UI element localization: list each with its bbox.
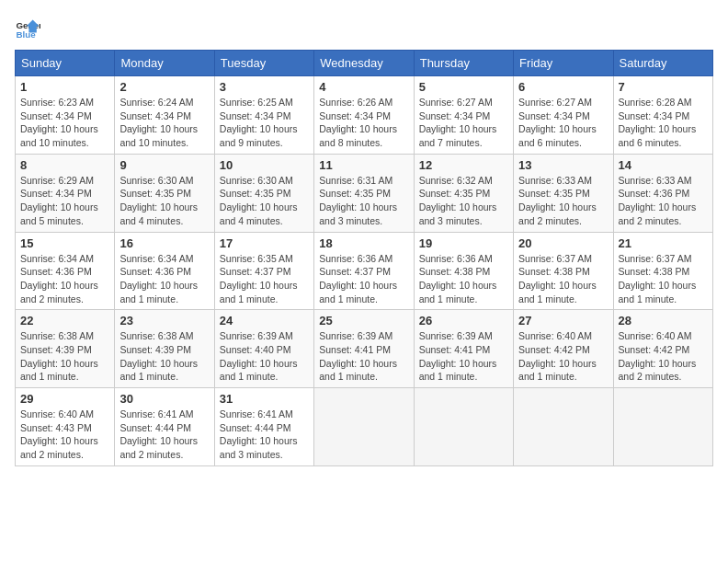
- day-detail: Sunrise: 6:30 AMSunset: 4:35 PMDaylight:…: [119, 174, 209, 228]
- calendar-week-row: 29Sunrise: 6:40 AMSunset: 4:43 PMDayligh…: [16, 388, 713, 466]
- day-number: 30: [119, 392, 209, 406]
- calendar-table: SundayMondayTuesdayWednesdayThursdayFrid…: [15, 50, 713, 466]
- calendar-cell: 25Sunrise: 6:39 AMSunset: 4:41 PMDayligh…: [314, 310, 414, 388]
- day-detail: Sunrise: 6:34 AMSunset: 4:36 PMDaylight:…: [119, 252, 209, 306]
- calendar-cell: 22Sunrise: 6:38 AMSunset: 4:39 PMDayligh…: [16, 310, 115, 388]
- logo-icon: General Blue: [15, 15, 40, 40]
- day-number: 4: [319, 80, 408, 94]
- calendar-cell: 5Sunrise: 6:27 AMSunset: 4:34 PMDaylight…: [414, 76, 513, 155]
- weekday-header-row: SundayMondayTuesdayWednesdayThursdayFrid…: [16, 51, 713, 76]
- calendar-cell: 16Sunrise: 6:34 AMSunset: 4:36 PMDayligh…: [115, 232, 214, 310]
- day-detail: Sunrise: 6:40 AMSunset: 4:43 PMDaylight:…: [20, 408, 109, 462]
- day-number: 26: [419, 314, 508, 327]
- weekday-header-wednesday: Wednesday: [314, 51, 414, 76]
- day-detail: Sunrise: 6:40 AMSunset: 4:42 PMDaylight:…: [619, 329, 708, 384]
- day-detail: Sunrise: 6:37 AMSunset: 4:38 PMDaylight:…: [518, 252, 608, 306]
- calendar-cell: 20Sunrise: 6:37 AMSunset: 4:38 PMDayligh…: [514, 232, 613, 310]
- calendar-cell: 28Sunrise: 6:40 AMSunset: 4:42 PMDayligh…: [613, 310, 712, 388]
- day-number: 12: [419, 158, 508, 172]
- day-number: 24: [220, 314, 309, 327]
- calendar-cell: [514, 388, 613, 466]
- weekday-header-thursday: Thursday: [414, 51, 513, 76]
- calendar-cell: 29Sunrise: 6:40 AMSunset: 4:43 PMDayligh…: [16, 388, 115, 466]
- day-number: 23: [119, 314, 209, 327]
- weekday-header-saturday: Saturday: [613, 51, 712, 76]
- calendar-cell: 2Sunrise: 6:24 AMSunset: 4:34 PMDaylight…: [115, 76, 214, 155]
- day-number: 11: [319, 158, 408, 172]
- day-number: 13: [518, 158, 608, 172]
- weekday-header-sunday: Sunday: [16, 51, 115, 76]
- day-number: 7: [619, 80, 708, 94]
- calendar-cell: 30Sunrise: 6:41 AMSunset: 4:44 PMDayligh…: [115, 388, 214, 466]
- day-detail: Sunrise: 6:23 AMSunset: 4:34 PMDaylight:…: [20, 96, 109, 150]
- weekday-header-monday: Monday: [115, 51, 214, 76]
- calendar-week-row: 8Sunrise: 6:29 AMSunset: 4:34 PMDaylight…: [16, 154, 713, 232]
- day-detail: Sunrise: 6:32 AMSunset: 4:35 PMDaylight:…: [419, 174, 508, 228]
- calendar-cell: 17Sunrise: 6:35 AMSunset: 4:37 PMDayligh…: [214, 232, 313, 310]
- header: General Blue: [15, 15, 713, 40]
- day-number: 28: [619, 314, 708, 327]
- calendar-cell: 18Sunrise: 6:36 AMSunset: 4:37 PMDayligh…: [314, 232, 414, 310]
- day-detail: Sunrise: 6:24 AMSunset: 4:34 PMDaylight:…: [119, 96, 209, 150]
- day-detail: Sunrise: 6:30 AMSunset: 4:35 PMDaylight:…: [220, 174, 309, 228]
- day-number: 1: [20, 80, 109, 94]
- calendar-cell: 21Sunrise: 6:37 AMSunset: 4:38 PMDayligh…: [613, 232, 712, 310]
- calendar-cell: 15Sunrise: 6:34 AMSunset: 4:36 PMDayligh…: [16, 232, 115, 310]
- day-detail: Sunrise: 6:39 AMSunset: 4:40 PMDaylight:…: [220, 329, 309, 384]
- day-detail: Sunrise: 6:26 AMSunset: 4:34 PMDaylight:…: [319, 96, 408, 150]
- day-number: 19: [419, 236, 508, 250]
- calendar-cell: 7Sunrise: 6:28 AMSunset: 4:34 PMDaylight…: [613, 76, 712, 155]
- calendar-cell: 27Sunrise: 6:40 AMSunset: 4:42 PMDayligh…: [514, 310, 613, 388]
- calendar-cell: [414, 388, 513, 466]
- day-number: 8: [20, 158, 109, 172]
- day-number: 9: [119, 158, 209, 172]
- calendar-cell: 9Sunrise: 6:30 AMSunset: 4:35 PMDaylight…: [115, 154, 214, 232]
- day-detail: Sunrise: 6:33 AMSunset: 4:36 PMDaylight:…: [619, 174, 708, 228]
- weekday-header-tuesday: Tuesday: [214, 51, 313, 76]
- weekday-header-friday: Friday: [514, 51, 613, 76]
- day-detail: Sunrise: 6:36 AMSunset: 4:38 PMDaylight:…: [419, 252, 508, 306]
- day-detail: Sunrise: 6:36 AMSunset: 4:37 PMDaylight:…: [319, 252, 408, 306]
- calendar-week-row: 22Sunrise: 6:38 AMSunset: 4:39 PMDayligh…: [16, 310, 713, 388]
- calendar-cell: 11Sunrise: 6:31 AMSunset: 4:35 PMDayligh…: [314, 154, 414, 232]
- day-detail: Sunrise: 6:41 AMSunset: 4:44 PMDaylight:…: [220, 408, 309, 462]
- calendar-cell: [314, 388, 414, 466]
- day-number: 31: [220, 392, 309, 406]
- day-number: 18: [319, 236, 408, 250]
- day-detail: Sunrise: 6:37 AMSunset: 4:38 PMDaylight:…: [619, 252, 708, 306]
- calendar-cell: 31Sunrise: 6:41 AMSunset: 4:44 PMDayligh…: [214, 388, 313, 466]
- calendar-cell: 19Sunrise: 6:36 AMSunset: 4:38 PMDayligh…: [414, 232, 513, 310]
- day-detail: Sunrise: 6:39 AMSunset: 4:41 PMDaylight:…: [419, 329, 508, 384]
- calendar-cell: 4Sunrise: 6:26 AMSunset: 4:34 PMDaylight…: [314, 76, 414, 155]
- day-number: 21: [619, 236, 708, 250]
- day-number: 3: [220, 80, 309, 94]
- day-number: 5: [419, 80, 508, 94]
- calendar-cell: 14Sunrise: 6:33 AMSunset: 4:36 PMDayligh…: [613, 154, 712, 232]
- day-number: 22: [20, 314, 109, 327]
- calendar-cell: 3Sunrise: 6:25 AMSunset: 4:34 PMDaylight…: [214, 76, 313, 155]
- day-detail: Sunrise: 6:29 AMSunset: 4:34 PMDaylight:…: [20, 174, 109, 228]
- calendar-week-row: 15Sunrise: 6:34 AMSunset: 4:36 PMDayligh…: [16, 232, 713, 310]
- day-detail: Sunrise: 6:40 AMSunset: 4:42 PMDaylight:…: [518, 329, 608, 384]
- day-detail: Sunrise: 6:38 AMSunset: 4:39 PMDaylight:…: [119, 329, 209, 384]
- calendar-cell: 13Sunrise: 6:33 AMSunset: 4:35 PMDayligh…: [514, 154, 613, 232]
- calendar-cell: 10Sunrise: 6:30 AMSunset: 4:35 PMDayligh…: [214, 154, 313, 232]
- logo: General Blue: [15, 15, 44, 40]
- day-detail: Sunrise: 6:38 AMSunset: 4:39 PMDaylight:…: [20, 329, 109, 384]
- calendar-cell: 8Sunrise: 6:29 AMSunset: 4:34 PMDaylight…: [16, 154, 115, 232]
- calendar-cell: 6Sunrise: 6:27 AMSunset: 4:34 PMDaylight…: [514, 76, 613, 155]
- calendar-cell: 1Sunrise: 6:23 AMSunset: 4:34 PMDaylight…: [16, 76, 115, 155]
- calendar-cell: 12Sunrise: 6:32 AMSunset: 4:35 PMDayligh…: [414, 154, 513, 232]
- day-detail: Sunrise: 6:34 AMSunset: 4:36 PMDaylight:…: [20, 252, 109, 306]
- day-detail: Sunrise: 6:28 AMSunset: 4:34 PMDaylight:…: [619, 96, 708, 150]
- day-detail: Sunrise: 6:27 AMSunset: 4:34 PMDaylight:…: [419, 96, 508, 150]
- day-detail: Sunrise: 6:25 AMSunset: 4:34 PMDaylight:…: [220, 96, 309, 150]
- day-detail: Sunrise: 6:33 AMSunset: 4:35 PMDaylight:…: [518, 174, 608, 228]
- calendar-cell: 24Sunrise: 6:39 AMSunset: 4:40 PMDayligh…: [214, 310, 313, 388]
- day-number: 6: [518, 80, 608, 94]
- day-number: 27: [518, 314, 608, 327]
- day-number: 2: [119, 80, 209, 94]
- calendar-cell: [613, 388, 712, 466]
- day-number: 17: [220, 236, 309, 250]
- day-detail: Sunrise: 6:27 AMSunset: 4:34 PMDaylight:…: [518, 96, 608, 150]
